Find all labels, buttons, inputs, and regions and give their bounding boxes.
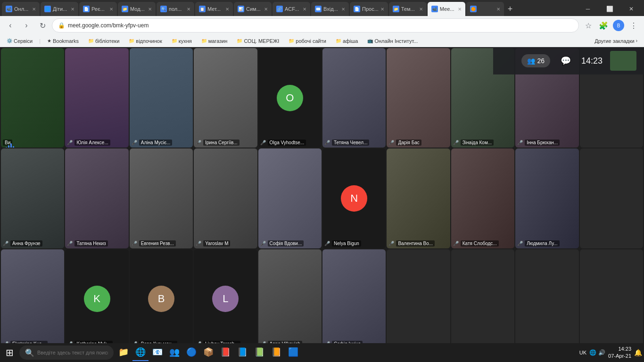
app-icon: 🟦	[288, 347, 298, 357]
participant-avatar-liubov: L	[212, 286, 239, 312]
tab-5[interactable]: 🔍 пол... ✕	[157, 2, 194, 16]
bookmark-other[interactable]: Другие закладки ›	[592, 37, 640, 45]
teams-icon: 👥	[169, 347, 180, 357]
taskbar-clock[interactable]: 14:23 07-Apr-21	[608, 346, 631, 360]
taskbar-app-dropbox[interactable]: 📦	[200, 344, 216, 361]
bookmark-institute[interactable]: 📺 Онлайн Інститут...	[364, 37, 421, 45]
tab-close-9[interactable]: ✕	[341, 7, 345, 12]
tab-12[interactable]: 📹 Мее... ✕	[428, 2, 465, 16]
minimize-button[interactable]: ─	[577, 1, 599, 17]
tab-1[interactable]: 📹 Онл... ✕	[2, 2, 40, 16]
mic-off-icon-9: 🎤	[3, 241, 8, 246]
participant-name-evgenia: 🎤 Евгения Резв...	[132, 240, 176, 247]
tab-9[interactable]: ✉️ Вхід... ✕	[311, 2, 349, 16]
mic-off-icon-15: 🎤	[388, 241, 394, 246]
taskbar-app-powerpoint[interactable]: 📙	[268, 344, 284, 361]
bookmark-shop[interactable]: 📁 магазин	[198, 37, 231, 45]
network-icon[interactable]: 🌐	[589, 349, 596, 356]
name-label-4: Olga Vyhodtse...	[268, 140, 306, 146]
taskbar-app-chrome[interactable]: 🔵	[183, 344, 199, 361]
bookmark-star-icon: ★	[47, 38, 51, 43]
participant-cell-empty2	[580, 148, 643, 248]
participant-cell-placeholder3	[515, 249, 578, 349]
mic-off-icon-16: 🎤	[453, 241, 459, 246]
taskbar-app-other[interactable]: 🟦	[285, 344, 301, 361]
tab-close-10[interactable]: ✕	[380, 7, 384, 12]
tab-8[interactable]: 🔗 ACF... ✕	[272, 2, 310, 16]
tab-11[interactable]: 📁 Тем... ✕	[389, 2, 427, 16]
participant-cell-sofia-i: 🎤 Софія Інкіна	[322, 249, 386, 349]
taskbar-app-mail[interactable]: 📧	[149, 344, 165, 361]
tab-close-8[interactable]: ✕	[303, 7, 306, 12]
tab-close-7[interactable]: ✕	[264, 7, 268, 12]
taskbar-search-input[interactable]	[37, 350, 108, 355]
back-button[interactable]: ‹	[4, 19, 17, 32]
name-label-13: Софія Вдови...	[268, 240, 304, 247]
speaking-icon	[6, 142, 14, 148]
refresh-button[interactable]: ↻	[36, 19, 49, 32]
tab-10[interactable]: 📄 Прос... ✕	[350, 2, 388, 16]
tab-2[interactable]: 🌐 Діти... ✕	[41, 2, 78, 16]
maximize-button[interactable]: ⬜	[599, 1, 620, 17]
participant-cell-alina: 🎤 Аліна Мусіє...	[130, 48, 193, 148]
address-bar[interactable]: 🔒 meet.google.com/bmk-yfpv-uem	[52, 18, 579, 33]
tab-close-5[interactable]: ✕	[187, 7, 190, 12]
settings-button[interactable]: ⋮	[627, 19, 640, 32]
chat-button[interactable]: 💬	[558, 53, 574, 69]
tab-close-1[interactable]: ✕	[32, 7, 36, 12]
profile-avatar: В	[613, 20, 624, 31]
tab-3[interactable]: 📄 Реє... ✕	[79, 2, 117, 16]
start-button[interactable]: ⊞	[2, 345, 17, 360]
notifications-button[interactable]: 🔔	[634, 349, 642, 356]
extensions-button[interactable]: 🧩	[597, 19, 610, 32]
participant-cell-tetyana: 🎤 Тетяна Чевел...	[322, 48, 386, 148]
bookmark-bookmarks[interactable]: ★ Bookmarks	[44, 37, 82, 45]
taskbar-app-word[interactable]: 📘	[234, 344, 250, 361]
bookmark-kitchen[interactable]: 📁 кухня	[169, 37, 195, 45]
participant-cell-katherine: K 🎤 Katherine Myk...	[65, 249, 128, 349]
taskbar-app-teams[interactable]: 👥	[166, 344, 182, 361]
bookmark-poster[interactable]: 📁 афіша	[333, 37, 361, 45]
participant-avatar-nelya: N	[341, 185, 367, 212]
tab-close-3[interactable]: ✕	[109, 7, 113, 12]
tab-7[interactable]: 📊 Сим... ✕	[234, 2, 272, 16]
navigation-bar: ‹ › ↻ 🔒 meet.google.com/bmk-yfpv-uem ☆ 🧩…	[0, 16, 644, 35]
participant-name-katya: 🎤 Катя Слободс...	[453, 240, 499, 247]
language-indicator[interactable]: UK	[579, 350, 586, 355]
bookmark-rest[interactable]: 📁 відпочинок	[126, 37, 165, 45]
taskbar-app-acrobat[interactable]: 📕	[217, 344, 233, 361]
name-label: Юлія Алексе...	[74, 140, 110, 146]
tab-label-4: Мод...	[130, 6, 145, 12]
taskbar-app-excel[interactable]: 📗	[251, 344, 267, 361]
taskbar-app-explorer[interactable]: 📁	[116, 344, 132, 361]
participant-count-button[interactable]: 👥 26	[521, 54, 550, 67]
folder-icon-5: 📁	[237, 38, 242, 43]
bookmark-work[interactable]: 📁 робочі сайти	[286, 37, 329, 45]
tab-6[interactable]: 📋 Мет... ✕	[195, 2, 233, 16]
participant-count-text: 26	[537, 57, 545, 65]
name-label-10: Татяна Некиз	[74, 240, 107, 247]
tab-13[interactable]: 🟠 ✕	[466, 2, 504, 16]
taskbar-search-box[interactable]: 🔍	[19, 346, 114, 360]
tab-4[interactable]: 📁 Мод... ✕	[118, 2, 156, 16]
bookmark-label-9: афіша	[343, 38, 358, 44]
bookmark-social[interactable]: 📁 СОЦ. МЕРЕЖІ	[234, 37, 282, 45]
tab-close-4[interactable]: ✕	[148, 7, 152, 12]
bookmark-libraries[interactable]: 📁 бібліотеки	[85, 37, 122, 45]
close-button[interactable]: ✕	[620, 1, 642, 17]
tab-close-6[interactable]: ✕	[225, 7, 229, 12]
bookmark-star-button[interactable]: ☆	[582, 19, 595, 32]
tab-close-11[interactable]: ✕	[419, 7, 423, 12]
tab-close-12[interactable]: ✕	[458, 7, 462, 12]
account-button[interactable]: В	[612, 19, 625, 32]
volume-icon[interactable]: 🔊	[598, 349, 605, 356]
new-tab-button[interactable]: +	[505, 4, 516, 14]
tab-close-2[interactable]: ✕	[71, 7, 74, 12]
bookmark-services[interactable]: ⚙️ Сервіси	[4, 37, 35, 45]
tab-favicon-3: 📄	[83, 6, 90, 12]
tab-close-13[interactable]: ✕	[496, 7, 500, 12]
forward-button[interactable]: ›	[20, 19, 33, 32]
participant-avatar-katherine: K	[84, 286, 110, 312]
taskbar-app-edge[interactable]: 🌐	[132, 344, 149, 361]
taskbar: ⊞ 🔍 📁 🌐 📧 👥 🔵 📦 📕 📘 📗	[0, 343, 644, 362]
